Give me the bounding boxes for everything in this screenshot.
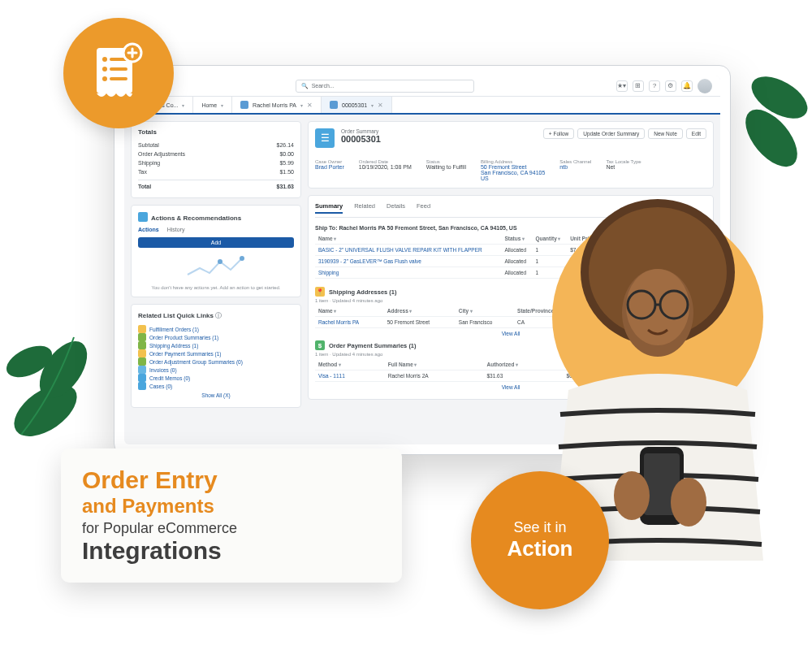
new-note-button[interactable]: New Note: [648, 128, 683, 139]
close-icon[interactable]: ✕: [378, 102, 383, 109]
order-entry-badge-icon: [63, 18, 174, 128]
totals-card: Totals Subtotal$26.14 Order Adjustments$…: [131, 121, 301, 198]
global-search[interactable]: 🔍 Search...: [296, 80, 474, 93]
subtab-summary[interactable]: Summary: [315, 202, 343, 214]
svg-rect-11: [110, 67, 127, 71]
quicklink[interactable]: Fulfillment Orders (1): [138, 325, 294, 333]
quicklink[interactable]: Shipping Address (1): [138, 341, 294, 349]
svg-point-8: [102, 57, 107, 62]
svg-point-5: [218, 259, 222, 264]
user-avatar[interactable]: [698, 79, 712, 93]
add-action-button[interactable]: Add: [138, 237, 294, 248]
quicklink[interactable]: Order Product Summaries (1): [138, 333, 294, 341]
actions-tab-history[interactable]: History: [167, 227, 185, 232]
notifications-icon[interactable]: 🔔: [681, 80, 693, 92]
svg-point-12: [102, 76, 107, 81]
leaf-decoration: [731, 57, 812, 187]
follow-button[interactable]: + Follow: [543, 128, 574, 139]
update-order-button[interactable]: Update Order Summary: [577, 128, 645, 139]
quicklinks-card: Related List Quick Links ⓘ Fulfillment O…: [131, 304, 301, 408]
quicklink[interactable]: Order Adjustment Group Summaries (0): [138, 358, 294, 366]
empty-message: You don't have any actions yet. Add an a…: [138, 285, 294, 290]
quicklink[interactable]: Cases (0): [138, 382, 294, 390]
promo-line-4: Integrations: [82, 537, 381, 566]
promo-line-2: and Payments: [82, 495, 381, 518]
help-icon[interactable]: ?: [649, 80, 660, 92]
info-icon[interactable]: ⓘ: [215, 312, 222, 319]
see-it-in-action-button[interactable]: See it in Action: [471, 471, 609, 609]
totals-title: Totals: [138, 128, 294, 136]
search-icon: 🔍: [301, 83, 309, 89]
svg-rect-13: [110, 77, 127, 80]
quicklink[interactable]: Order Payment Summaries (1): [138, 349, 294, 358]
quicklinks-grid: Fulfillment Orders (1) Order Product Sum…: [138, 325, 294, 390]
svg-point-24: [614, 471, 650, 520]
promo-line-1: Order Entry: [82, 466, 381, 495]
case-owner-link[interactable]: Brad Porter: [315, 164, 344, 170]
order-icon: ☰: [315, 128, 335, 148]
tab-strip: ...ales Co... Home Rachel Morris PA✕ 000…: [124, 97, 720, 115]
location-icon: 📍: [315, 287, 325, 297]
show-all-link[interactable]: Show All (X): [138, 390, 294, 401]
actions-tab-actions[interactable]: Actions: [138, 227, 159, 232]
actions-icon: [138, 212, 148, 222]
edit-button[interactable]: Edit: [686, 128, 706, 139]
svg-point-25: [671, 478, 706, 526]
tab-rachel-morris[interactable]: Rachel Morris PA✕: [232, 97, 322, 113]
svg-point-6: [240, 256, 244, 261]
leaf-decoration: [5, 313, 102, 451]
record-type-label: Order Summary: [341, 128, 381, 134]
subtab-details[interactable]: Details: [387, 202, 405, 214]
favorite-icon[interactable]: ★▾: [616, 80, 628, 92]
order-number: 00005301: [341, 134, 381, 144]
svg-point-10: [102, 67, 107, 72]
app-launcher-icon[interactable]: ⊞: [633, 80, 644, 92]
quicklink[interactable]: Credit Memos (0): [138, 374, 294, 382]
quicklink[interactable]: Invoices (0): [138, 366, 294, 374]
subtab-feed[interactable]: Feed: [417, 202, 430, 214]
tab-home[interactable]: Home: [193, 97, 232, 113]
search-placeholder: Search...: [312, 83, 335, 89]
promo-line-3: for Popular eCommerce: [82, 520, 381, 537]
settings-icon[interactable]: ⚙: [665, 80, 676, 92]
channel-link[interactable]: ntb: [559, 164, 591, 170]
promo-card: Order Entry and Payments for Popular eCo…: [61, 448, 402, 583]
payment-icon: $: [315, 340, 325, 350]
subtab-related[interactable]: Related: [354, 202, 375, 214]
close-icon[interactable]: ✕: [307, 102, 313, 109]
ship-to-label: Ship To: Rachel Morris PA 50 Fremont Str…: [315, 225, 517, 231]
topbar: 🔍 Search... ★▾ ⊞ ? ⚙ 🔔: [124, 76, 720, 97]
empty-illustration: [138, 248, 294, 285]
actions-card: Actions & Recommendations ActionsHistory…: [131, 205, 301, 297]
tab-order-00005301[interactable]: 00005301✕: [322, 97, 392, 113]
